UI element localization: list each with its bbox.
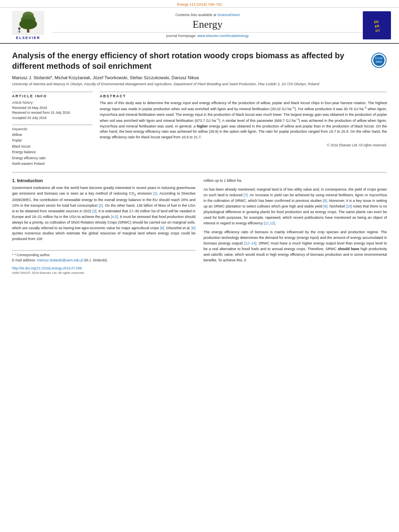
- keyword-energy-balance: Energy balance: [12, 149, 93, 155]
- journal-header-center: Contents lists available at ScienceDirec…: [52, 13, 363, 38]
- copyright-notice: © 2016 Elsevier Ltd. All rights reserved…: [100, 143, 387, 147]
- journal-name: Energy: [52, 18, 363, 31]
- svg-rect-4: [27, 29, 29, 33]
- contents-label: Contents lists available at: [175, 13, 216, 17]
- right-para2: As has been already mentioned, marginal …: [204, 187, 387, 226]
- journal-reference: Energy 113 (2016) 748–761: [177, 2, 222, 6]
- issn-line: 0360-5442/© 2016 Elsevier Ltd. All right…: [12, 271, 195, 275]
- keywords-label: Keywords:: [12, 127, 93, 131]
- keyword-willow: Willow: [12, 132, 93, 138]
- keyword-north-eastern-poland: North-eastern Poland: [12, 161, 93, 166]
- energy-logo-box: EN ER GY: [363, 11, 391, 39]
- article-info-section-title: ARTICLE INFO: [12, 94, 93, 98]
- page-wrapper: Energy 113 (2016) 748–761: [0, 0, 399, 281]
- energy-logo-icon: EN ER GY: [363, 11, 391, 39]
- elsevier-logo: ELSEVIER: [4, 11, 52, 40]
- energy-logo-area: EN ER GY: [363, 11, 395, 39]
- svg-text:Cross: Cross: [375, 57, 383, 60]
- abstract-text: The aim of this study was to determine t…: [100, 101, 387, 140]
- title-crossmark-area: Analysis of the energy efficiency of sho…: [12, 50, 387, 92]
- svg-text:Mark: Mark: [376, 60, 382, 63]
- abstract-box: ABSTRACT The aim of this study was to de…: [100, 92, 387, 148]
- article-title: Analysis of the energy efficiency of sho…: [12, 50, 367, 71]
- introduction-heading: 1. Introduction: [12, 178, 195, 183]
- svg-text:EN: EN: [374, 20, 379, 24]
- elsevier-tree-icon: [12, 11, 44, 35]
- energy-logo-text: EN ER GY: [363, 11, 391, 39]
- email-label: E-mail address:: [12, 258, 36, 262]
- body-two-col: 1. Introduction Government institutions …: [12, 178, 387, 274]
- article-info-box: ARTICLE INFO Article history: Received 1…: [12, 92, 93, 121]
- article-history-label: Article history:: [12, 101, 93, 105]
- doi-link[interactable]: http://dx.doi.org/10.1016/j.energy.2016.…: [12, 266, 195, 270]
- section-title: Introduction: [17, 178, 43, 183]
- elsevier-brand-text: ELSEVIER: [16, 36, 41, 40]
- authors-line: Mariusz J. Stolarski*, Michał Krzyżaniak…: [12, 75, 367, 80]
- email-note: E-mail address: mariusz.stolarski@uwm.ed…: [12, 258, 195, 263]
- article-info-abstract-area: ARTICLE INFO Article history: Received 1…: [12, 92, 387, 167]
- section-num: 1.: [12, 178, 16, 183]
- footnote-area: * * Corresponding author. E-mail address…: [12, 250, 195, 263]
- abstract-section-title: ABSTRACT: [100, 94, 387, 98]
- article-info-col: ARTICLE INFO Article history: Received 1…: [12, 92, 93, 167]
- homepage-label: journal homepage:: [166, 34, 196, 38]
- science-direct-link[interactable]: ScienceDirect: [218, 13, 240, 17]
- author-email-link[interactable]: mariusz.stolarski@uwm.edu.pl: [37, 258, 83, 262]
- corresponding-label: * Corresponding author.: [14, 253, 51, 257]
- affiliation-line: University of Warmia and Mazury in Olszt…: [12, 82, 367, 87]
- svg-point-3: [19, 19, 37, 29]
- svg-point-5: [18, 27, 21, 30]
- body-left-col: 1. Introduction Government institutions …: [12, 178, 195, 274]
- right-para3: The energy efficiency ratio of biomass i…: [204, 230, 387, 263]
- keywords-box: Keywords: Willow Poplar Black locust Ene…: [12, 125, 93, 167]
- keyword-poplar: Poplar: [12, 138, 93, 143]
- elsevier-logo-area: ELSEVIER: [4, 11, 52, 40]
- homepage-link[interactable]: www.elsevier.com/locate/energy: [197, 34, 249, 38]
- body-right-col: million up to 1 billion ha. As has been …: [204, 178, 387, 274]
- section-divider: [12, 172, 387, 173]
- contents-line: Contents lists available at ScienceDirec…: [52, 13, 363, 17]
- title-authors-area: Analysis of the energy efficiency of sho…: [12, 50, 367, 92]
- accepted-date: Accepted 20 July 2016: [12, 115, 93, 121]
- keyword-energy-efficiency-ratio: Energy efficiency ratio: [12, 155, 93, 161]
- crossmark-icon-area: Cross Mark: [371, 52, 387, 68]
- intro-para1: Government institutions all over the wor…: [12, 185, 195, 242]
- crossmark-badge-icon: Cross Mark: [371, 52, 387, 68]
- homepage-line: journal homepage: www.elsevier.com/locat…: [52, 32, 363, 38]
- corresponding-author-note: * * Corresponding author.: [12, 253, 195, 258]
- right-para1: million up to 1 billion ha.: [204, 178, 387, 184]
- abstract-col: ABSTRACT The aim of this study was to de…: [100, 92, 387, 167]
- revised-date: Received in revised form 15 July 2016: [12, 110, 93, 115]
- footer-links: http://dx.doi.org/10.1016/j.energy.2016.…: [12, 266, 195, 275]
- keyword-black-locust: Black locust: [12, 144, 93, 149]
- journal-header: ELSEVIER Contents lists available at Sci…: [0, 8, 399, 44]
- journal-top-bar: Energy 113 (2016) 748–761: [0, 0, 399, 8]
- received-date: Received 18 May 2016: [12, 105, 93, 111]
- article-area: Analysis of the energy efficiency of sho…: [0, 44, 399, 281]
- author-name-abbr: (M.J. Stolarski).: [84, 258, 108, 262]
